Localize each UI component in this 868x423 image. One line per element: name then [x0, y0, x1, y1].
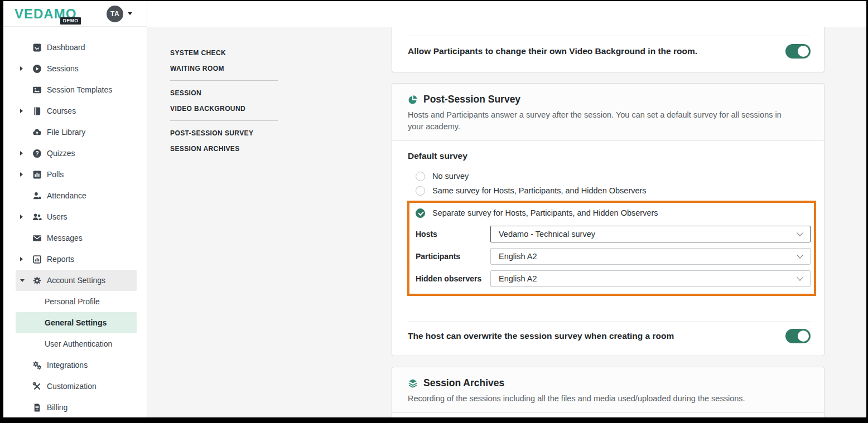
svg-text:?: ?	[35, 150, 38, 156]
main-area: SYSTEM CHECK WAITING ROOM SESSION VIDEO …	[147, 1, 866, 417]
sidebar-item-messages[interactable]: Messages	[16, 227, 137, 249]
chevron-right-icon	[20, 151, 23, 155]
demo-badge: DEMO	[60, 17, 81, 25]
hosts-survey-select[interactable]: Vedamo - Technical survey	[490, 226, 811, 242]
anchor-video-background[interactable]: VIDEO BACKGROUND	[170, 105, 392, 113]
app-window: VEDAMO DEMO TA Dashboard Sessions Sessio…	[3, 1, 866, 417]
sidebar-item-label: Polls	[47, 170, 64, 179]
sidebar-item-label: Users	[47, 212, 67, 221]
chevron-down-icon	[797, 230, 803, 236]
content-area: SYSTEM CHECK WAITING ROOM SESSION VIDEO …	[147, 27, 866, 417]
sidebar-item-label: Session Templates	[47, 85, 112, 94]
radio-label: Same survey for Hosts, Participants, and…	[432, 186, 647, 195]
overwrite-survey-toggle[interactable]	[785, 329, 811, 343]
participants-survey-select[interactable]: English A2	[490, 248, 811, 265]
anchor-session[interactable]: SESSION	[170, 89, 392, 97]
sidebar-item-label: Attendance	[47, 191, 86, 200]
sidebar-item-users[interactable]: Users	[16, 206, 137, 227]
sidebar-item-label: File Library	[47, 128, 85, 137]
survey-card-footer: The host can overwrite the session surve…	[392, 315, 824, 356]
card-description: Hosts and Participants answer a survey a…	[408, 109, 798, 133]
pie-chart-icon	[408, 95, 418, 105]
participants-label: Participants	[416, 252, 490, 261]
settings-cards: Allow Participants to change their own V…	[392, 27, 824, 417]
sidebar-item-billing[interactable]: Billing	[16, 397, 137, 417]
sidebar-item-user-authentication[interactable]: User Authentication	[16, 333, 137, 354]
participants-field-row: Participants English A2	[416, 248, 811, 265]
select-value: English A2	[499, 252, 537, 261]
gear-icon	[32, 276, 42, 285]
chevron-right-icon	[20, 215, 23, 219]
sidebar-item-general-settings[interactable]: General Settings	[16, 312, 137, 333]
sidebar-item-courses[interactable]: Courses	[16, 100, 137, 121]
divider	[408, 36, 811, 36]
default-survey-label: Default survey	[408, 151, 808, 161]
chevron-down-icon	[128, 12, 132, 15]
sidebar-item-customization[interactable]: Customization	[16, 376, 137, 397]
sidebar-item-label: Courses	[47, 106, 76, 115]
radio-option-separate-survey[interactable]: Separate survey for Hosts, Participants,…	[416, 206, 811, 220]
bar-chart-icon	[32, 170, 42, 179]
sidebar-item-dashboard[interactable]: Dashboard	[16, 37, 137, 58]
sidebar-header: VEDAMO DEMO TA	[3, 1, 147, 27]
card-title: Post-Session Survey	[423, 94, 520, 105]
radio-option-same-survey[interactable]: Same survey for Hosts, Participants, and…	[416, 183, 808, 198]
envelope-icon	[32, 234, 42, 243]
radio-option-no-survey[interactable]: No survey	[416, 169, 808, 183]
toggle-knob	[798, 46, 809, 57]
chevron-right-icon	[20, 257, 23, 261]
radio-icon[interactable]	[416, 186, 425, 196]
anchor-waiting-room[interactable]: WAITING ROOM	[170, 65, 392, 72]
anchor-system-check[interactable]: SYSTEM CHECK	[170, 49, 392, 57]
sidebar-item-file-library[interactable]: File Library	[16, 121, 137, 143]
question-circle-icon: ?	[32, 149, 42, 158]
select-value: Vedamo - Technical survey	[499, 230, 595, 239]
sidebar-item-label: Sessions	[47, 64, 79, 73]
card-title: Session Archives	[423, 377, 504, 389]
sidebar-item-label: Dashboard	[47, 43, 85, 52]
video-background-card: Allow Participants to change their own V…	[392, 27, 824, 72]
sidebar-item-label: Personal Profile	[45, 297, 100, 306]
sidebar-item-attendance[interactable]: Attendance	[16, 185, 137, 206]
sidebar-item-polls[interactable]: Polls	[16, 164, 137, 185]
video-background-toggle[interactable]	[785, 44, 811, 59]
sidebar-item-session-templates[interactable]: Session Templates	[16, 79, 137, 100]
sidebar-item-label: Messages	[47, 234, 83, 242]
hidden-observers-field-row: Hidden observers English A2	[416, 270, 811, 287]
radio-icon[interactable]	[416, 172, 425, 181]
hidden-observers-label: Hidden observers	[416, 274, 490, 283]
sidebar-item-label: General Settings	[45, 318, 107, 327]
play-circle-icon	[32, 64, 42, 74]
chevron-right-icon	[20, 172, 23, 177]
sidebar-item-sessions[interactable]: Sessions	[16, 58, 137, 79]
invoice-icon	[32, 403, 42, 412]
divider	[170, 120, 278, 121]
sidebar-nav: Dashboard Sessions Session Templates Cou…	[3, 27, 147, 417]
hidden-observers-survey-select[interactable]: English A2	[490, 270, 811, 287]
sidebar-item-label: Quizzes	[47, 149, 75, 158]
sidebar-item-label: Reports	[47, 255, 74, 264]
top-strip	[147, 1, 866, 27]
user-menu[interactable]: TA	[107, 6, 132, 22]
sidebar-item-label: User Authentication	[45, 339, 112, 348]
sidebar-item-integrations[interactable]: Integrations	[16, 354, 137, 376]
hosts-field-row: Hosts Vedamo - Technical survey	[416, 226, 811, 242]
anchor-post-session-survey[interactable]: POST-SESSION SURVEY	[170, 129, 392, 137]
chevron-right-icon	[20, 109, 23, 113]
sidebar-item-reports[interactable]: Reports	[16, 249, 137, 270]
toggle-knob	[798, 330, 809, 342]
highlight-box: Separate survey for Hosts, Participants,…	[407, 201, 816, 296]
divider	[170, 80, 278, 81]
sidebar-item-label: Billing	[47, 403, 67, 412]
sidebar-item-personal-profile[interactable]: Personal Profile	[16, 291, 137, 312]
report-icon	[32, 255, 42, 264]
sidebar-item-quizzes[interactable]: ? Quizzes	[16, 143, 137, 164]
anchor-session-archives[interactable]: SESSION ARCHIVES	[170, 145, 392, 153]
radio-icon[interactable]	[416, 208, 425, 218]
avatar[interactable]: TA	[107, 6, 123, 22]
sidebar: VEDAMO DEMO TA Dashboard Sessions Sessio…	[3, 1, 147, 417]
vedamo-logo[interactable]: VEDAMO DEMO	[15, 6, 76, 22]
sidebar-item-account-settings[interactable]: Account Settings	[16, 270, 137, 291]
session-archives-header: Session Archives Recording of the sessio…	[392, 367, 824, 413]
chevron-down-icon	[797, 252, 803, 258]
